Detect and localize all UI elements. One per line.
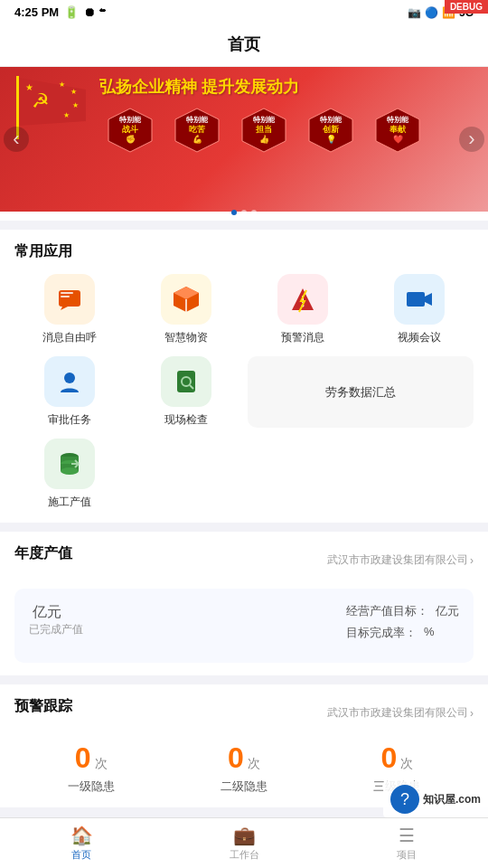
watermark-icon: ?: [390, 785, 419, 814]
annual-value-title: 年度产值: [14, 544, 72, 563]
warning-header: 预警跟踪 武汉市市政建设集团有限公司 ›: [14, 697, 474, 729]
nav-label-workbench: 工作台: [230, 848, 259, 862]
app-label-labor: 劳务数据汇总: [325, 384, 396, 401]
app-grid-row1: 消息自由呼 智慧物资 预警消息: [14, 274, 474, 345]
app-label-video: 视频会议: [398, 330, 441, 345]
dot-1: [241, 210, 247, 215]
nav-item-workbench[interactable]: 💼 工作台: [163, 818, 325, 868]
svg-point-32: [61, 467, 79, 475]
production-card: 亿元 已完成产值 经营产值目标： 亿元 目标完成率： %: [14, 589, 474, 663]
app-item-inspect[interactable]: 现场检查: [131, 356, 240, 428]
svg-rect-22: [407, 292, 425, 307]
app-grid-row2: 审批任务 现场检查 劳务数据汇总: [14, 356, 474, 510]
banner-arrow-left[interactable]: ‹: [4, 127, 29, 152]
production-left: 亿元 已完成产值: [29, 603, 83, 637]
status-time: 4:25 PM: [14, 5, 59, 19]
svg-text:★: ★: [70, 88, 77, 96]
svg-text:★: ★: [25, 82, 33, 92]
banner-item-0: 特别能战斗✊: [99, 105, 161, 156]
banner-item-2: 特别能担当👍: [233, 105, 295, 156]
annual-value-company[interactable]: 武汉市市政建设集团有限公司 ›: [327, 552, 474, 568]
svg-text:★: ★: [63, 111, 70, 119]
nav-label-home: 首页: [71, 848, 91, 862]
production-unit: 亿元: [33, 603, 61, 622]
banner-arrow-right[interactable]: ›: [459, 127, 484, 152]
bottom-nav: 🏠 首页 💼 工作台 ☰ 项目: [0, 817, 488, 868]
production-target-row: 经营产值目标： 亿元: [346, 603, 459, 619]
app-label-output: 施工产值: [48, 495, 91, 510]
app-label-alert: 预警消息: [281, 330, 324, 345]
banner-item-4: 特别能奉献❤️: [367, 105, 428, 156]
banner-item-1: 特别能吃苦💪: [166, 105, 228, 156]
workbench-icon: 💼: [233, 825, 256, 846]
status-battery: 🔋: [64, 5, 79, 19]
common-apps-section: 常用应用 消息自由呼 智慧物资: [0, 230, 488, 523]
annual-value-header: 年度产值 武汉市市政建设集团有限公司 ›: [14, 544, 474, 576]
nav-label-project: 项目: [397, 848, 417, 862]
warning-unit-0: 次: [95, 756, 108, 772]
warning-label-1: 二级隐患: [221, 778, 267, 795]
app-item-alert[interactable]: 预警消息: [248, 274, 357, 345]
warning-item-0: 0 次 一级隐患: [68, 741, 115, 795]
warning-company[interactable]: 武汉市市政建设集团有限公司 ›: [327, 705, 474, 721]
production-main: 亿元: [29, 603, 83, 622]
app-item-video[interactable]: 视频会议: [364, 274, 474, 345]
warning-label-0: 一级隐患: [68, 778, 115, 795]
banner-title: 弘扬企业精神 提升发展动力: [99, 76, 479, 98]
banner-content: ☭ ★ ★ ★ ★ ★ 弘扬企业精神 提升发展动力 特别能战斗✊: [0, 67, 488, 212]
svg-text:★: ★: [59, 80, 65, 89]
warning-unit-2: 次: [400, 756, 413, 772]
project-icon: ☰: [399, 825, 415, 846]
app-icon-box: [161, 274, 211, 325]
production-subtitle: 已完成产值: [29, 622, 83, 637]
svg-text:★: ★: [72, 101, 79, 109]
banner-section: ☭ ★ ★ ★ ★ ★ 弘扬企业精神 提升发展动力 特别能战斗✊: [0, 67, 488, 221]
production-right: 经营产值目标： 亿元 目标完成率： %: [346, 603, 459, 641]
app-item-output[interactable]: 施工产值: [14, 439, 124, 510]
nav-item-home[interactable]: 🏠 首页: [0, 818, 163, 868]
warning-unit-1: 次: [248, 756, 260, 772]
production-rate-row: 目标完成率： %: [346, 625, 459, 641]
home-icon: 🏠: [70, 825, 93, 846]
warning-count-2: 0: [380, 741, 397, 775]
watermark-text: 知识屋.com: [423, 792, 481, 807]
svg-rect-14: [61, 292, 73, 294]
app-label-inspect: 现场检查: [164, 412, 208, 428]
warning-count-1: 0: [228, 741, 244, 775]
app-icon-video: [394, 274, 445, 325]
debug-badge: DEBUG: [445, 0, 488, 14]
warning-count-0: 0: [75, 741, 91, 775]
svg-text:☭: ☭: [32, 90, 50, 112]
page-title: 首页: [228, 35, 260, 53]
banner-text-area: 弘扬企业精神 提升发展动力 特别能战斗✊ 特别能吃苦💪: [99, 76, 479, 156]
banner-icons-row: 特别能战斗✊ 特别能吃苦💪 特别能担当👍: [99, 105, 479, 156]
annual-value-section: 年度产值 武汉市市政建设集团有限公司 › 亿元 已完成产值 经营产值目标： 亿元: [0, 532, 488, 675]
nav-item-project[interactable]: ☰ 项目: [325, 818, 488, 868]
app-icon-alert: [277, 274, 328, 325]
app-icon-db: [44, 439, 95, 489]
app-label-approve: 审批任务: [48, 412, 91, 428]
dot-0: [231, 210, 237, 215]
app-item-approve[interactable]: 审批任务: [14, 356, 124, 428]
app-item-labor[interactable]: 劳务数据汇总: [248, 356, 474, 428]
app-icon-msg: [44, 274, 95, 325]
page-header: 首页: [0, 24, 488, 67]
watermark: ? 知识屋.com: [383, 781, 488, 817]
warning-item-1: 0 次 二级隐患: [221, 741, 267, 795]
svg-point-24: [64, 373, 75, 383]
status-left: 4:25 PM 🔋 ⏺ ☁: [14, 5, 106, 19]
status-bar: 4:25 PM 🔋 ⏺ ☁ 📷 🔵 📶 5G: [0, 0, 488, 24]
app-icon-approve: [44, 356, 95, 407]
svg-rect-15: [61, 296, 70, 297]
app-item-msg[interactable]: 消息自由呼: [14, 274, 124, 345]
status-icons: ⏺ ☁: [84, 5, 106, 19]
app-item-box[interactable]: 智慧物资: [131, 274, 240, 345]
svg-marker-23: [425, 293, 432, 306]
app-icon-inspect: [161, 356, 211, 407]
banner-dots: [231, 210, 257, 215]
warning-title: 预警跟踪: [14, 697, 72, 716]
app-label-box: 智慧物资: [164, 330, 208, 345]
dot-2: [251, 210, 257, 215]
common-apps-title: 常用应用: [14, 242, 474, 261]
app-label-msg: 消息自由呼: [42, 330, 97, 345]
